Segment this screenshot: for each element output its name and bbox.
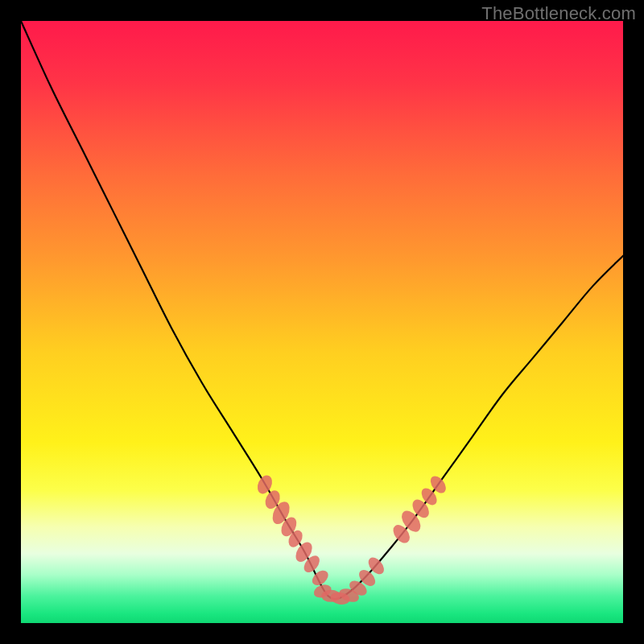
bottleneck-chart: [21, 21, 623, 623]
gradient-background: [21, 21, 623, 623]
chart-frame: [21, 21, 623, 623]
watermark-text: TheBottleneck.com: [481, 3, 636, 24]
